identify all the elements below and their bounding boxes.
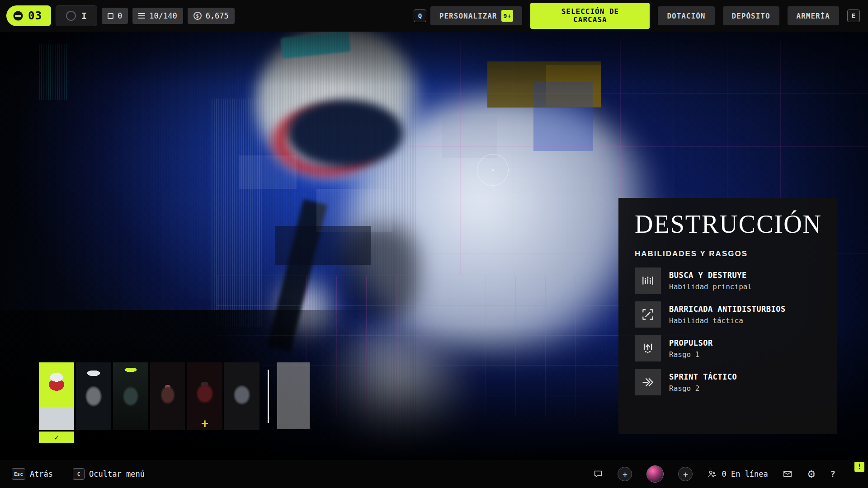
player-avatar[interactable] <box>646 465 664 483</box>
selected-check-bar: ✓ <box>39 432 74 443</box>
shell-thumbnail[interactable] <box>76 362 111 430</box>
key-hint-q: Q <box>414 9 426 22</box>
help-button[interactable]: ? <box>830 469 835 479</box>
ability-name: PROPULSOR <box>669 338 713 347</box>
settings-button[interactable]: ⚙ <box>807 469 816 480</box>
ability-type: Rasgo 2 <box>669 384 737 393</box>
main-nav: Q PERSONALIZAR 9+ SELECCIÓN DE CARCASA D… <box>414 3 862 29</box>
shell-thumbnail[interactable] <box>150 362 185 430</box>
bottom-bar: Esc Atrás C Ocultar menú + + <box>0 460 868 488</box>
shell-thumbnail[interactable]: + <box>187 362 222 430</box>
footer-hints: Esc Atrás C Ocultar menú <box>12 468 145 480</box>
tactical-sprint-icon <box>635 369 661 395</box>
tab-shell-selection-label: SELECCIÓN DE CARCASA <box>547 8 633 24</box>
slot-count: 0 <box>118 11 122 20</box>
stat-chip-tier: 10/140 <box>132 8 183 24</box>
player-level: 03 <box>28 9 42 22</box>
seek-and-destroy-icon <box>635 267 661 294</box>
ability-type: Rasgo 1 <box>669 350 713 359</box>
rank-emblem-icon <box>66 11 76 21</box>
player-rank: I <box>81 10 87 21</box>
ability-type: Habilidad táctica <box>669 316 786 325</box>
back-action[interactable]: Esc Atrás <box>12 468 53 480</box>
tab-loadout-label: DOTACIÓN <box>667 12 705 20</box>
tier-icon <box>138 13 145 19</box>
character-scene: DESTRUCCIÓN HABILIDADES Y RASGOS BUSCA Y… <box>0 32 868 460</box>
ability-row-tactical: BARRICADA ANTIDISTURBIOS Habilidad tácti… <box>635 301 821 328</box>
hide-menu-label: Ocultar menú <box>89 469 145 479</box>
player-stats-group: 03 I 0 10/140 $ 6,675 <box>6 5 235 26</box>
envelope-icon <box>783 469 793 479</box>
esc-keycap: Esc <box>12 468 25 480</box>
ability-row-trait-2: SPRINT TÁCTICO Rasgo 2 <box>635 369 821 395</box>
ability-row-primary: BUSCA Y DESTRUYE Habilidad principal <box>635 267 821 294</box>
shell-slot-empty[interactable] <box>277 362 310 429</box>
currency-icon: $ <box>193 12 202 20</box>
footer-social-group: + + 0 En línea <box>593 465 856 483</box>
notification-alert-badge[interactable]: ! <box>854 462 864 472</box>
people-icon <box>707 469 717 479</box>
online-players[interactable]: 0 En línea <box>707 469 768 479</box>
chat-bubble-icon <box>593 469 603 479</box>
add-friend-right-button[interactable]: + <box>678 467 693 481</box>
plus-icon: + <box>623 469 627 479</box>
class-title: DESTRUCCIÓN <box>635 210 821 239</box>
shell-thumbnail-selected-col: ✓ <box>39 362 74 443</box>
helmet-icon <box>12 9 24 22</box>
currency-amount: 6,675 <box>206 11 229 20</box>
ability-text: BUSCA Y DESTRUYE Habilidad principal <box>669 271 752 291</box>
personalize-count-badge: 9+ <box>501 10 513 22</box>
tier-progress: 10/140 <box>149 11 177 20</box>
tab-depot[interactable]: DEPÓSITO <box>723 6 779 25</box>
ability-text: SPRINT TÁCTICO Rasgo 2 <box>669 372 737 393</box>
ability-name: BARRICADA ANTIDISTURBIOS <box>669 305 786 314</box>
player-level-badge: 03 <box>6 5 51 26</box>
shell-thumbnail[interactable] <box>224 362 259 430</box>
shell-thumbnail[interactable] <box>113 362 148 430</box>
medic-plus-icon: + <box>187 418 222 429</box>
online-count: 0 En línea <box>722 469 768 479</box>
class-info-panel: DESTRUCCIÓN HABILIDADES Y RASGOS BUSCA Y… <box>618 198 837 434</box>
personalize-group: Q PERSONALIZAR 9+ <box>414 6 523 25</box>
plus-icon: + <box>683 469 688 479</box>
shell-thumbnail-row: ✓ + <box>39 362 310 443</box>
gear-icon: ⚙ <box>807 469 816 480</box>
chat-button[interactable] <box>593 469 603 479</box>
personalize-button[interactable]: PERSONALIZAR 9+ <box>430 6 523 25</box>
ability-name: SPRINT TÁCTICO <box>669 372 737 381</box>
tab-armory[interactable]: ARMERÍA <box>788 6 839 25</box>
stat-chip-currency: $ 6,675 <box>188 8 235 24</box>
tab-loadout[interactable]: DOTACIÓN <box>658 6 714 25</box>
tab-depot-label: DEPÓSITO <box>732 12 770 20</box>
ability-text: BARRICADA ANTIDISTURBIOS Habilidad tácti… <box>669 305 786 325</box>
key-hint-e: E <box>847 9 860 22</box>
help-icon: ? <box>830 469 835 479</box>
personalize-label: PERSONALIZAR <box>439 12 497 20</box>
ability-name: BUSCA Y DESTRUYE <box>669 271 752 280</box>
alert-icon: ! <box>857 463 861 471</box>
mail-button[interactable] <box>783 469 793 479</box>
ability-type: Habilidad principal <box>669 282 752 291</box>
shell-thumbnail-selected[interactable] <box>39 362 74 430</box>
back-label: Atrás <box>30 469 53 479</box>
tab-armory-label: ARMERÍA <box>797 12 830 20</box>
hide-menu-action[interactable]: C Ocultar menú <box>73 468 145 480</box>
riot-barricade-icon <box>635 301 661 328</box>
thumbnail-divider <box>268 370 269 423</box>
tab-shell-selection[interactable]: SELECCIÓN DE CARCASA <box>530 3 650 29</box>
game-screen: 03 I 0 10/140 $ 6,675 Q P <box>0 0 868 488</box>
c-keycap: C <box>73 468 85 480</box>
top-bar: 03 I 0 10/140 $ 6,675 Q P <box>0 0 868 32</box>
ability-row-trait-1: PROPULSOR Rasgo 1 <box>635 335 821 361</box>
thruster-icon <box>635 335 661 361</box>
stat-chip-slots: 0 <box>102 8 128 24</box>
check-icon: ✓ <box>54 433 59 442</box>
abilities-section-header: HABILIDADES Y RASGOS <box>635 249 821 258</box>
ability-text: PROPULSOR Rasgo 1 <box>669 338 713 359</box>
add-friend-left-button[interactable]: + <box>618 467 632 481</box>
slot-icon <box>108 13 113 19</box>
player-rank-badge: I <box>56 5 97 26</box>
